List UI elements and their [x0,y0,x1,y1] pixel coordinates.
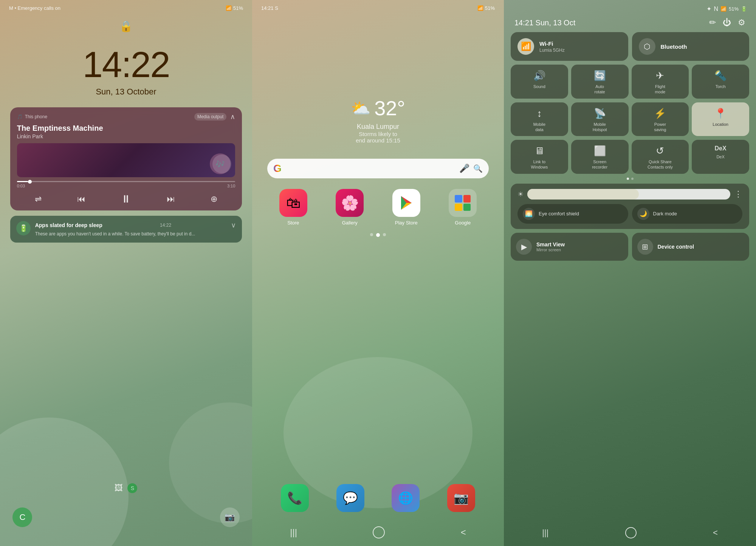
battery-text: 51% [233,5,243,11]
home-recent-button[interactable]: ||| [290,527,297,538]
app-playstore[interactable]: Play Store [380,189,432,226]
dark-mode-icon: 🌙 [637,208,649,220]
qs-quickshare-tile[interactable]: ↺ Quick ShareContacts only [632,140,689,174]
home-time: 14:21 S [261,5,278,11]
qs-grid-row1: 🔊 Sound 🔄 Autorotate ✈ Flightmode 🔦 Torc… [511,65,749,99]
lock-phone-icon[interactable]: C [12,507,32,527]
qs-torch-tile[interactable]: 🔦 Torch [692,65,749,99]
notif-expand-icon[interactable]: ∨ [231,221,236,229]
brightness-slider[interactable] [527,189,730,200]
lock-status-right: 📶 51% [226,5,243,11]
linkwindows-label: Link toWindows [531,159,548,170]
page-dot-3 [383,233,386,236]
devicecontrol-label: Device control [658,244,694,250]
home-status-right: 📶 51% [477,5,495,11]
qs-screenrecorder-tile[interactable]: ⬜ Screenrecorder [571,140,629,174]
qs-grid-row3: 🖥 Link toWindows ⬜ Screenrecorder ↺ Quic… [511,140,749,174]
lock-bottom-actions: C 📷 [12,507,239,527]
lock-date: Sun, 13 October [96,87,156,97]
weather-desc1: Storms likely to [359,131,397,137]
brightness-low-icon: ☀ [517,190,524,198]
music-album-art: 🎶 [17,143,235,177]
dock-phone[interactable]: 📞 [281,484,309,512]
qs-linkwindows-tile[interactable]: 🖥 Link toWindows [511,140,568,174]
lock-camera-icon[interactable]: 📷 [220,507,240,527]
qs-settings-icon[interactable]: ⚙ [738,18,745,28]
home-screen: 14:21 S 📶 51% ⛅ 32° Kuala Lumpur Storms … [252,0,504,546]
devicecontrol-icon: ⊞ [637,239,653,255]
home-status-bar: 14:21 S 📶 51% [252,0,504,13]
qs-bluetooth-tile[interactable]: ⬡ Bluetooth [632,32,750,61]
dock-messages[interactable]: 💬 [336,484,364,512]
notification-card[interactable]: 🔋 Apps slated for deep sleep 14:22 ∨ The… [10,216,242,243]
smartview-icon: ▶ [516,239,532,255]
dock-camera[interactable]: 📷 [447,484,475,512]
qs-battery: 51% [729,6,739,12]
add-button[interactable]: ⊕ [211,194,217,204]
smartview-label: Smart View [536,241,565,247]
app-google[interactable]: Google [437,189,489,226]
music-expand-icon[interactable]: ∧ [230,113,235,121]
lens-search-icon[interactable]: 🔍 [473,164,483,173]
qs-powersaving-tile[interactable]: ⚡ Powersaving [632,102,689,136]
music-card[interactable]: 🎵 This phone Media output ∧ The Emptines… [10,107,242,210]
qs-dex-tile[interactable]: DeX DeX [692,140,749,174]
notif-content: Apps slated for deep sleep 14:22 ∨ These… [35,221,236,237]
lock-time: 14:22 [82,44,169,85]
sound-icon: 🔊 [533,70,545,82]
qs-flightmode-tile[interactable]: ✈ Flightmode [632,65,689,99]
brightness-card: ☀ ⋮ 🌅 Eye comfort shield 🌙 Dark mode [511,184,749,229]
playstore-icon [392,189,420,217]
qs-devicecontrol-tile[interactable]: ⊞ Device control [632,233,750,261]
torch-label: Torch [716,84,726,89]
home-back-button[interactable]: < [461,527,466,538]
qs-hotspot-tile[interactable]: 📡 MobileHotspot [571,102,629,136]
home-screen-shortcuts: 🖼 S [12,483,239,493]
qs-smartview-tile[interactable]: ▶ Smart View Mirror screen [511,233,628,261]
qs-battery-icon: 🔋 [741,6,747,12]
quick-settings-panel: ✦ N 📶 51% 🔋 14:21 Sun, 13 Oct ✏ ⏻ ⚙ 📶 Wi… [504,0,756,546]
qs-nfc-icon: N [714,6,718,12]
home-home-button[interactable] [373,526,385,538]
gallery-label: Gallery [342,220,358,226]
pause-button[interactable]: ⏸ [121,193,131,205]
qs-recent-button[interactable]: ||| [542,528,548,538]
autorotate-label: Autorotate [595,84,605,95]
qs-edit-icon[interactable]: ✏ [709,18,716,28]
media-output-label[interactable]: Media output [194,113,226,121]
next-button[interactable]: ⏭ [167,194,175,204]
app-gallery[interactable]: 🌸 Gallery [324,189,376,226]
qs-status-bar: ✦ N 📶 51% 🔋 [504,0,756,15]
smartview-sub: Mirror screen [536,247,565,252]
dock-browser[interactable]: 🌐 [392,484,420,512]
eye-comfort-button[interactable]: 🌅 Eye comfort shield [517,204,628,224]
store-icon: 🛍 [279,189,307,217]
google-search-bar[interactable]: G 🎤 🔍 [267,159,489,178]
qs-home-button[interactable] [625,527,637,538]
qs-mobiledata-tile[interactable]: ↕ Mobiledata [511,102,568,136]
store-label: Store [287,220,299,226]
qs-back-button[interactable]: < [713,528,718,538]
flightmode-label: Flightmode [655,84,666,95]
voice-search-icon[interactable]: 🎤 [459,164,469,173]
qs-power-icon[interactable]: ⏻ [723,18,731,28]
qs-dot-1 [627,178,629,180]
qs-sound-tile[interactable]: 🔊 Sound [511,65,568,99]
spotify-icon: 🎵 [17,114,23,119]
qs-autorotate-tile[interactable]: 🔄 Autorotate [571,65,629,99]
eye-comfort-label: Eye comfort shield [539,211,579,217]
shuffle-button[interactable]: ⇌ [35,194,42,204]
app-store[interactable]: 🛍 Store [267,189,319,226]
music-source: 🎵 This phone [17,114,47,119]
dark-mode-button[interactable]: 🌙 Dark mode [632,204,743,224]
home-nav-bar: ||| < [252,526,504,538]
qs-wifi-icon: 📶 [720,6,727,12]
powersaving-icon: ⚡ [654,108,666,119]
prev-button[interactable]: ⏮ [77,194,85,204]
dex-icon: DeX [715,145,727,152]
progress-bar[interactable] [17,181,235,182]
brightness-more-icon[interactable]: ⋮ [734,189,742,199]
qs-wifi-tile[interactable]: 📶 Wi-Fi Lumia 5GHz [511,32,628,61]
qs-location-tile[interactable]: 📍 Location [692,102,749,136]
brightness-row: ☀ ⋮ [517,189,742,200]
